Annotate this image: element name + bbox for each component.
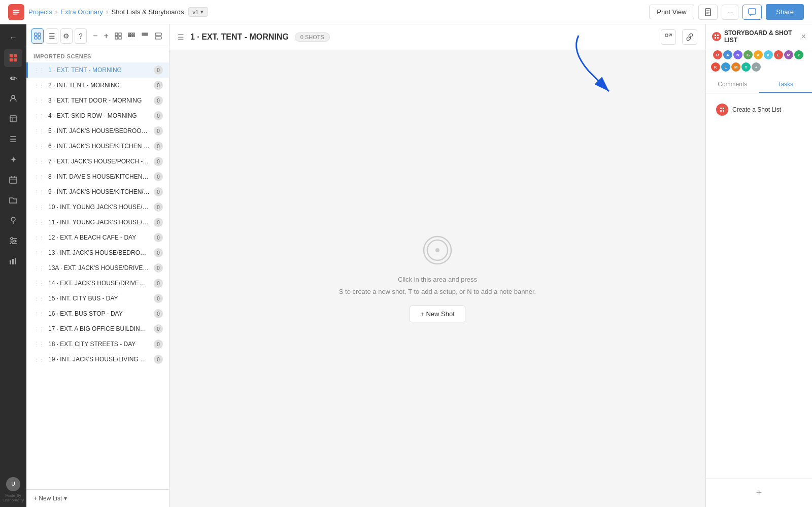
scene-drag-handle: ⋮⋮ <box>34 265 44 271</box>
avatar[interactable]: + <box>751 61 762 73</box>
breadcrumb-project[interactable]: Extra Ordinary <box>60 8 103 16</box>
scene-drag-handle: ⋮⋮ <box>34 220 44 225</box>
svg-rect-33 <box>115 33 118 36</box>
zoom-in-button[interactable]: + <box>101 29 110 43</box>
avatar[interactable]: Y <box>740 61 752 73</box>
help-button[interactable]: ? <box>75 28 87 44</box>
document-icon-button[interactable] <box>698 5 718 20</box>
scene-count: 0 <box>154 111 163 120</box>
scene-item[interactable]: ⋮⋮ 10 · INT. YOUNG JACK'S HOUSE/KI... 0 <box>26 199 169 215</box>
svg-rect-60 <box>720 108 722 109</box>
share-button[interactable]: Share <box>766 4 804 20</box>
star-nav-icon[interactable]: ✦ <box>4 150 22 168</box>
scene-item[interactable]: ⋮⋮ 5 · INT. JACK'S HOUSE/BEDROOM - ... 0 <box>26 123 169 139</box>
breadcrumb-projects[interactable]: Projects <box>28 8 52 16</box>
scene-drag-handle: ⋮⋮ <box>34 67 44 73</box>
avatar[interactable]: G <box>742 49 754 60</box>
avatar[interactable]: L <box>773 49 784 60</box>
scene-item[interactable]: ⋮⋮ 8 · INT. DAVE'S HOUSE/KITCHEN - ... 0 <box>26 169 169 184</box>
zoom-out-button[interactable]: − <box>91 29 99 43</box>
grid-large-view[interactable] <box>113 29 124 43</box>
scene-item[interactable]: ⋮⋮ 7 · EXT. JACK'S HOUSE/PORCH - M... 0 <box>26 154 169 169</box>
avatar[interactable]: A <box>722 49 733 60</box>
svg-rect-32 <box>38 37 41 39</box>
avatar[interactable]: R <box>712 49 723 60</box>
svg-rect-56 <box>715 35 716 36</box>
sliders-nav-icon[interactable] <box>4 231 22 250</box>
scene-item[interactable]: ⋮⋮ 12 · EXT. A BEACH CAFE - DAY 0 <box>26 230 169 245</box>
link-scene-button[interactable] <box>682 29 697 45</box>
avatar[interactable]: A <box>753 49 764 60</box>
person-nav-icon[interactable] <box>4 89 22 108</box>
right-panel-add-button[interactable]: + <box>706 479 812 507</box>
svg-point-24 <box>14 240 16 242</box>
more-options-button[interactable]: ··· <box>722 5 739 20</box>
scene-item[interactable]: ⋮⋮ 3 · EXT. TENT DOOR - MORNING 0 <box>26 93 169 108</box>
svg-rect-62 <box>720 110 722 112</box>
svg-rect-40 <box>128 36 130 37</box>
app-logo[interactable] <box>8 4 24 20</box>
scene-item[interactable]: ⋮⋮ 17 · EXT. A BIG OFFICE BUILDING - ...… <box>26 321 169 336</box>
chart-nav-icon[interactable] <box>4 252 22 270</box>
avatar[interactable]: K <box>710 61 721 73</box>
right-tab-comments[interactable]: Comments <box>706 77 759 93</box>
scene-drag-handle: ⋮⋮ <box>34 98 44 104</box>
grid-medium-view[interactable] <box>126 29 137 43</box>
svg-rect-39 <box>133 33 134 35</box>
storyboard-nav-icon[interactable] <box>4 49 22 67</box>
scene-item[interactable]: ⋮⋮ 4 · EXT. SKID ROW - MORNING 0 <box>26 108 169 123</box>
pen-nav-icon[interactable]: ✏ <box>4 69 22 87</box>
calendar-nav-icon[interactable] <box>4 171 22 189</box>
comments-button[interactable] <box>742 5 762 20</box>
storyboard-view-button[interactable] <box>31 28 44 44</box>
scene-item[interactable]: ⋮⋮ 16 · EXT. BUS STOP - DAY 0 <box>26 306 169 321</box>
content-area[interactable]: Click in this area and press S to create… <box>170 50 705 507</box>
scene-item[interactable]: ⋮⋮ 9 · INT. JACK'S HOUSE/KITCHEN/TA... 0 <box>26 184 169 199</box>
scene-item[interactable]: ⋮⋮ 13 · INT. JACK'S HOUSE/BEDROOM... 0 <box>26 245 169 260</box>
create-shot-list-label: Create a Shot List <box>732 106 781 113</box>
print-view-button[interactable]: Print View <box>649 5 694 19</box>
scene-count: 0 <box>154 65 163 75</box>
breadcrumb-current: Shot Lists & Storyboards <box>111 8 184 16</box>
avatar[interactable]: L <box>720 61 731 73</box>
create-shot-list-item[interactable]: Create a Shot List <box>712 99 806 120</box>
avatar[interactable]: K <box>763 49 774 60</box>
svg-rect-48 <box>144 35 145 36</box>
expand-scene-button[interactable] <box>661 29 676 45</box>
scene-item[interactable]: ⋮⋮ 11 · INT. YOUNG JACK'S HOUSE/KI... 0 <box>26 215 169 230</box>
scene-count: 0 <box>154 157 163 166</box>
new-shot-button[interactable]: + New Shot <box>410 306 465 322</box>
settings-button[interactable]: ⚙ <box>60 28 73 44</box>
list-view-button[interactable]: ☰ <box>46 28 58 44</box>
grid-small-view[interactable] <box>139 29 150 43</box>
avatar[interactable]: N <box>732 49 743 60</box>
scene-label: 14 · EXT. JACK'S HOUSE/DRIVEWAY <box>48 280 150 287</box>
folder-nav-icon[interactable] <box>4 191 22 209</box>
panel-close-button[interactable]: × <box>801 32 806 41</box>
user-avatar[interactable]: U <box>6 477 20 491</box>
scene-drag-handle: ⋮⋮ <box>34 159 44 164</box>
avatar[interactable]: M <box>783 49 794 60</box>
list-nav-icon[interactable]: ☰ <box>4 130 22 148</box>
scene-item[interactable]: ⋮⋮ 14 · EXT. JACK'S HOUSE/DRIVEWAY 0 <box>26 276 169 291</box>
scene-item[interactable]: ⋮⋮ 6 · INT. JACK'S HOUSE/KITCHEN - ... 0 <box>26 139 169 154</box>
back-nav-icon[interactable]: ← <box>4 28 22 47</box>
avatar[interactable]: Y <box>793 49 804 60</box>
scene-item[interactable]: ⋮⋮ 19 · INT. JACK'S HOUSE/LIVING RO... 0 <box>26 352 169 367</box>
version-badge[interactable]: v1 ▾ <box>188 7 209 17</box>
pages-nav-icon[interactable] <box>4 110 22 128</box>
shots-badge: 0 SHOTS <box>295 32 330 42</box>
pin-nav-icon[interactable] <box>4 211 22 229</box>
scene-item[interactable]: ⋮⋮ 15 · INT. CITY BUS - DAY 0 <box>26 291 169 306</box>
scene-item[interactable]: ⋮⋮ 2 · INT. TENT - MORNING 0 <box>26 78 169 93</box>
breadcrumb: Projects › Extra Ordinary › Shot Lists &… <box>28 8 184 16</box>
scene-drag-handle: ⋮⋮ <box>34 250 44 256</box>
avatar[interactable]: M <box>730 61 741 73</box>
scene-label: 2 · INT. TENT - MORNING <box>48 82 150 89</box>
list-detail-view[interactable] <box>153 29 164 43</box>
scene-item[interactable]: ⋮⋮ 1 · EXT. TENT - MORNING 0 <box>26 62 169 78</box>
scene-item[interactable]: ⋮⋮ 18 · EXT. CITY STREETS - DAY 0 <box>26 336 169 352</box>
new-list-button[interactable]: + New List ▾ <box>26 489 169 507</box>
right-tab-tasks[interactable]: Tasks <box>759 77 813 93</box>
scene-item[interactable]: ⋮⋮ 13A · EXT. JACK'S HOUSE/DRIVEWA... 0 <box>26 260 169 276</box>
